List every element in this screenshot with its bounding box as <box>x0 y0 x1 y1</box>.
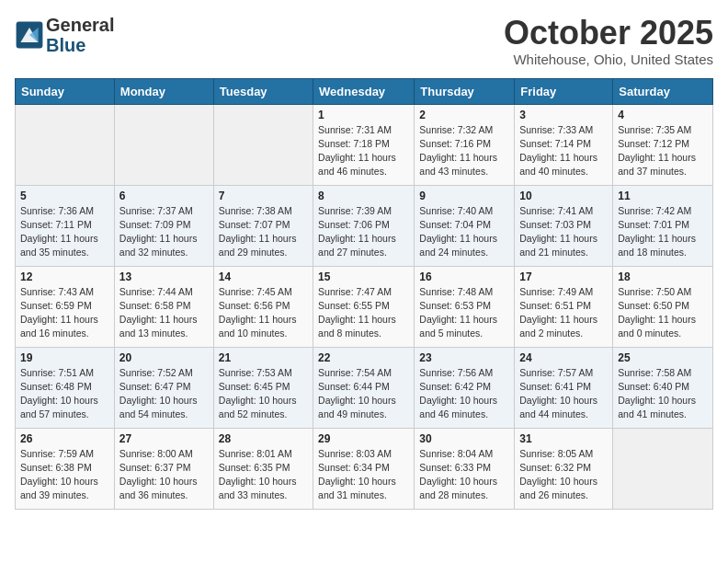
logo-blue: Blue <box>46 35 114 55</box>
logo-icon <box>15 20 44 50</box>
day-info: Sunrise: 7:39 AMSunset: 7:06 PMDaylight:… <box>318 204 409 260</box>
calendar-cell: 6Sunrise: 7:37 AMSunset: 7:09 PMDaylight… <box>114 185 213 266</box>
day-number: 31 <box>519 432 608 445</box>
day-info: Sunrise: 7:56 AMSunset: 6:42 PMDaylight:… <box>419 366 509 422</box>
calendar-cell: 21Sunrise: 7:53 AMSunset: 6:45 PMDayligh… <box>213 347 313 428</box>
day-number: 14 <box>219 270 308 283</box>
day-info: Sunrise: 8:03 AMSunset: 6:34 PMDaylight:… <box>318 447 409 503</box>
day-info: Sunrise: 7:50 AMSunset: 6:50 PMDaylight:… <box>618 285 708 341</box>
day-number: 23 <box>419 351 509 364</box>
calendar-cell <box>213 104 313 185</box>
day-number: 20 <box>119 351 209 364</box>
day-number: 15 <box>318 270 409 283</box>
day-info: Sunrise: 7:43 AMSunset: 6:59 PMDaylight:… <box>20 285 109 341</box>
calendar-cell: 14Sunrise: 7:45 AMSunset: 6:56 PMDayligh… <box>213 266 313 347</box>
calendar-cell: 20Sunrise: 7:52 AMSunset: 6:47 PMDayligh… <box>114 347 213 428</box>
calendar-cell: 25Sunrise: 7:58 AMSunset: 6:40 PMDayligh… <box>613 347 713 428</box>
calendar-week-row: 26Sunrise: 7:59 AMSunset: 6:38 PMDayligh… <box>16 428 713 509</box>
day-number: 27 <box>119 432 209 445</box>
day-info: Sunrise: 7:44 AMSunset: 6:58 PMDaylight:… <box>119 285 209 341</box>
calendar-cell <box>114 104 213 185</box>
day-number: 16 <box>419 270 509 283</box>
calendar-cell: 13Sunrise: 7:44 AMSunset: 6:58 PMDayligh… <box>114 266 213 347</box>
day-info: Sunrise: 7:53 AMSunset: 6:45 PMDaylight:… <box>219 366 308 422</box>
calendar-header-row: SundayMondayTuesdayWednesdayThursdayFrid… <box>16 78 713 104</box>
day-info: Sunrise: 8:05 AMSunset: 6:32 PMDaylight:… <box>519 447 608 503</box>
calendar-week-row: 12Sunrise: 7:43 AMSunset: 6:59 PMDayligh… <box>16 266 713 347</box>
column-header-saturday: Saturday <box>613 78 713 104</box>
calendar-cell: 12Sunrise: 7:43 AMSunset: 6:59 PMDayligh… <box>16 266 115 347</box>
calendar-cell: 22Sunrise: 7:54 AMSunset: 6:44 PMDayligh… <box>313 347 415 428</box>
day-info: Sunrise: 8:00 AMSunset: 6:37 PMDaylight:… <box>119 447 209 503</box>
day-info: Sunrise: 7:33 AMSunset: 7:14 PMDaylight:… <box>519 123 608 179</box>
day-number: 29 <box>318 432 409 445</box>
calendar-cell: 16Sunrise: 7:48 AMSunset: 6:53 PMDayligh… <box>415 266 515 347</box>
calendar-cell: 7Sunrise: 7:38 AMSunset: 7:07 PMDaylight… <box>213 185 313 266</box>
day-number: 17 <box>519 270 608 283</box>
day-info: Sunrise: 7:51 AMSunset: 6:48 PMDaylight:… <box>20 366 109 422</box>
day-number: 5 <box>20 190 109 202</box>
calendar-cell: 19Sunrise: 7:51 AMSunset: 6:48 PMDayligh… <box>16 347 115 428</box>
day-number: 13 <box>119 270 209 283</box>
day-info: Sunrise: 7:37 AMSunset: 7:09 PMDaylight:… <box>119 204 209 260</box>
column-header-sunday: Sunday <box>16 78 115 104</box>
page-header: General Blue October 2025 Whitehouse, Oh… <box>15 15 713 67</box>
calendar-cell: 3Sunrise: 7:33 AMSunset: 7:14 PMDaylight… <box>515 104 613 185</box>
calendar-cell: 24Sunrise: 7:57 AMSunset: 6:41 PMDayligh… <box>515 347 613 428</box>
column-header-tuesday: Tuesday <box>213 78 313 104</box>
day-info: Sunrise: 7:54 AMSunset: 6:44 PMDaylight:… <box>318 366 409 422</box>
day-info: Sunrise: 7:52 AMSunset: 6:47 PMDaylight:… <box>119 366 209 422</box>
day-number: 9 <box>419 190 509 202</box>
day-number: 4 <box>618 109 708 121</box>
day-info: Sunrise: 8:01 AMSunset: 6:35 PMDaylight:… <box>219 447 308 503</box>
day-number: 7 <box>219 190 308 202</box>
location: Whitehouse, Ohio, United States <box>504 52 713 67</box>
day-number: 21 <box>219 351 308 364</box>
day-info: Sunrise: 7:45 AMSunset: 6:56 PMDaylight:… <box>219 285 308 341</box>
day-number: 8 <box>318 190 409 202</box>
calendar-cell: 17Sunrise: 7:49 AMSunset: 6:51 PMDayligh… <box>515 266 613 347</box>
day-info: Sunrise: 7:41 AMSunset: 7:03 PMDaylight:… <box>519 204 608 260</box>
day-number: 25 <box>618 351 708 364</box>
day-info: Sunrise: 7:32 AMSunset: 7:16 PMDaylight:… <box>419 123 509 179</box>
day-number: 18 <box>618 270 708 283</box>
day-info: Sunrise: 7:49 AMSunset: 6:51 PMDaylight:… <box>519 285 608 341</box>
day-number: 2 <box>419 109 509 121</box>
day-info: Sunrise: 7:38 AMSunset: 7:07 PMDaylight:… <box>219 204 308 260</box>
day-number: 11 <box>618 190 708 202</box>
day-info: Sunrise: 7:57 AMSunset: 6:41 PMDaylight:… <box>519 366 608 422</box>
calendar-cell: 27Sunrise: 8:00 AMSunset: 6:37 PMDayligh… <box>114 428 213 509</box>
column-header-wednesday: Wednesday <box>313 78 415 104</box>
column-header-friday: Friday <box>515 78 613 104</box>
title-block: October 2025 Whitehouse, Ohio, United St… <box>504 15 713 67</box>
calendar-cell: 1Sunrise: 7:31 AMSunset: 7:18 PMDaylight… <box>313 104 415 185</box>
day-info: Sunrise: 7:36 AMSunset: 7:11 PMDaylight:… <box>20 204 109 260</box>
calendar-cell: 11Sunrise: 7:42 AMSunset: 7:01 PMDayligh… <box>613 185 713 266</box>
day-number: 6 <box>119 190 209 202</box>
day-info: Sunrise: 7:58 AMSunset: 6:40 PMDaylight:… <box>618 366 708 422</box>
calendar-week-row: 19Sunrise: 7:51 AMSunset: 6:48 PMDayligh… <box>16 347 713 428</box>
calendar-cell: 23Sunrise: 7:56 AMSunset: 6:42 PMDayligh… <box>415 347 515 428</box>
day-number: 12 <box>20 270 109 283</box>
calendar-cell: 18Sunrise: 7:50 AMSunset: 6:50 PMDayligh… <box>613 266 713 347</box>
day-info: Sunrise: 7:48 AMSunset: 6:53 PMDaylight:… <box>419 285 509 341</box>
day-number: 3 <box>519 109 608 121</box>
calendar-table: SundayMondayTuesdayWednesdayThursdayFrid… <box>15 78 713 510</box>
day-info: Sunrise: 7:42 AMSunset: 7:01 PMDaylight:… <box>618 204 708 260</box>
day-number: 28 <box>219 432 308 445</box>
day-info: Sunrise: 7:35 AMSunset: 7:12 PMDaylight:… <box>618 123 708 179</box>
day-info: Sunrise: 8:04 AMSunset: 6:33 PMDaylight:… <box>419 447 509 503</box>
calendar-week-row: 1Sunrise: 7:31 AMSunset: 7:18 PMDaylight… <box>16 104 713 185</box>
logo-general: General <box>46 15 114 35</box>
day-info: Sunrise: 7:40 AMSunset: 7:04 PMDaylight:… <box>419 204 509 260</box>
calendar-cell <box>16 104 115 185</box>
day-number: 22 <box>318 351 409 364</box>
calendar-cell: 31Sunrise: 8:05 AMSunset: 6:32 PMDayligh… <box>515 428 613 509</box>
column-header-thursday: Thursday <box>415 78 515 104</box>
day-number: 30 <box>419 432 509 445</box>
day-info: Sunrise: 7:31 AMSunset: 7:18 PMDaylight:… <box>318 123 409 179</box>
calendar-week-row: 5Sunrise: 7:36 AMSunset: 7:11 PMDaylight… <box>16 185 713 266</box>
calendar-cell: 8Sunrise: 7:39 AMSunset: 7:06 PMDaylight… <box>313 185 415 266</box>
calendar-cell: 9Sunrise: 7:40 AMSunset: 7:04 PMDaylight… <box>415 185 515 266</box>
calendar-cell: 2Sunrise: 7:32 AMSunset: 7:16 PMDaylight… <box>415 104 515 185</box>
